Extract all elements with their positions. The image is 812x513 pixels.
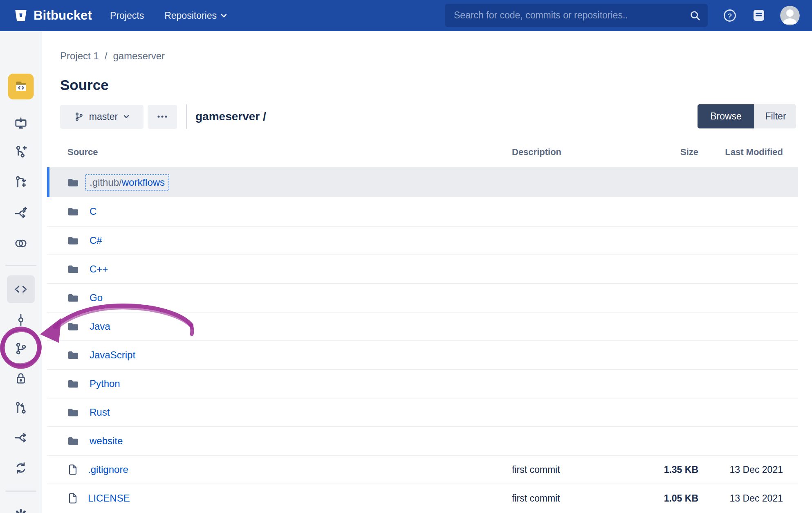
filter-button[interactable]: Filter [755,104,796,128]
sync-icon[interactable] [14,461,28,475]
folder-icon [67,178,79,187]
avatar[interactable] [780,6,800,25]
folder-link[interactable]: website [90,435,123,447]
chevron-down-icon [123,113,130,120]
lock-icon[interactable] [14,371,28,385]
folder-icon [67,436,79,446]
path-prefix: .github/ [90,177,122,188]
header-source: Source [47,147,512,158]
file-link[interactable]: .gitignore [88,464,128,475]
sidebar-divider [5,265,36,266]
brand-title: Bitbucket [34,8,92,23]
more-actions-button[interactable] [148,105,177,129]
clone-icon[interactable] [14,117,28,130]
folder-link[interactable]: Java [90,321,110,332]
active-item-highlight [7,275,35,303]
primary-nav: Projects Repositories [110,10,227,21]
nav-repositories-label: Repositories [164,10,217,21]
header-size: Size [630,147,698,158]
breadcrumb: Project 1 / gameserver [60,50,812,62]
svg-text:?: ? [728,12,732,20]
table-row[interactable]: website [47,426,798,455]
main-content: Project 1 / gameserver Source master gam… [42,31,812,513]
folder-link[interactable]: C [90,206,96,217]
current-path: gameserver / [195,110,266,123]
search-input[interactable] [454,10,689,21]
file-icon [67,464,77,475]
breadcrumb-repo[interactable]: gameserver [113,50,165,62]
table-row[interactable]: Java [47,312,798,340]
branch-selector[interactable]: master [60,105,144,129]
page-title: Source [60,76,812,94]
header-description: Description [512,147,630,158]
header-last-modified: Last Modified [698,147,783,158]
table-row[interactable]: C [47,197,798,226]
feedback-icon[interactable] [751,8,766,23]
breadcrumb-separator: / [105,50,108,62]
file-description: first commit [512,464,630,475]
pull-requests-icon[interactable] [14,401,28,415]
top-navigation: Bitbucket Projects Repositories ? [0,0,812,31]
ellipsis-icon [157,115,168,118]
file-modified: 13 Dec 2021 [698,493,783,504]
table-row[interactable]: C# [47,226,798,254]
folder-icon [67,207,79,216]
search-icon[interactable] [689,9,701,22]
create-pipeline-icon[interactable] [14,206,28,220]
global-search [445,4,708,27]
folder-icon [67,407,79,417]
folder-icon [67,264,79,274]
folder-link[interactable]: C++ [90,263,108,275]
repository-avatar [8,74,34,99]
table-row[interactable]: Rust [47,398,798,426]
table-row[interactable]: LICENSE first commit 1.05 KB 13 Dec 2021 [47,484,798,512]
table-row[interactable]: .github/workflows [47,167,798,197]
table-row[interactable]: Go [47,283,798,312]
create-pull-request-icon[interactable] [14,175,28,189]
table-row[interactable]: C++ [47,254,798,283]
toolbar-right-group: Browse Filter [698,104,796,128]
folder-icon [67,293,79,303]
folder-icon [67,350,79,360]
browse-button[interactable]: Browse [698,104,754,128]
folder-link[interactable]: C# [90,235,102,246]
folder-icon [67,236,79,245]
source-toolbar: master gameserver / Browse Filter [60,104,812,129]
breadcrumb-project[interactable]: Project 1 [60,50,99,62]
file-description: first commit [512,493,630,504]
toolbar-divider [186,104,187,129]
branch-name: master [89,111,118,122]
bitbucket-logo[interactable]: Bitbucket [14,8,92,23]
file-modified: 13 Dec 2021 [698,464,783,475]
compare-icon[interactable] [13,236,28,250]
folder-link[interactable]: Python [90,378,120,389]
folder-link[interactable]: Go [90,292,103,304]
focused-file-link[interactable]: .github/workflows [85,174,169,191]
file-size: 1.05 KB [630,493,698,504]
forks-icon[interactable] [14,431,28,445]
left-sidebar [0,31,42,513]
branches-icon[interactable] [14,342,28,356]
table-row[interactable]: JavaScript [47,340,798,369]
nav-repositories[interactable]: Repositories [164,10,227,21]
folder-link[interactable]: Rust [90,407,110,418]
folder-icon [67,322,79,331]
bitbucket-bucket-icon [14,9,28,22]
sidebar-divider [5,491,36,492]
help-icon[interactable]: ? [722,8,737,23]
table-row[interactable]: .gitignore first commit 1.35 KB 13 Dec 2… [47,455,798,484]
repository-logo-icon[interactable] [8,74,34,99]
commits-icon[interactable] [14,313,28,327]
file-table-header: Source Description Size Last Modified [47,137,798,167]
nav-projects-label: Projects [110,10,144,21]
file-icon [67,493,77,504]
create-branch-icon[interactable] [14,144,28,158]
file-link: workflows [122,177,165,188]
nav-projects[interactable]: Projects [110,10,144,21]
source-code-icon[interactable] [7,275,35,303]
settings-gear-icon[interactable] [13,508,28,513]
branch-icon [74,112,84,122]
file-link[interactable]: LICENSE [88,493,130,504]
folder-link[interactable]: JavaScript [90,349,135,361]
table-row[interactable]: Python [47,369,798,398]
